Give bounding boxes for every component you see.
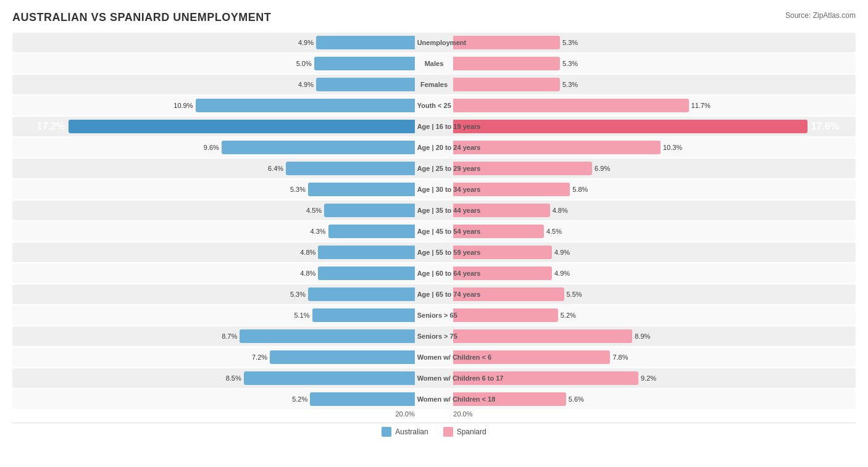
right-inner: 7.8% — [453, 350, 856, 364]
left-value: 5.3% — [290, 186, 306, 193]
left-section: 4.5% — [12, 204, 417, 217]
bar-row: 4.9% Females 5.3% — [12, 75, 856, 94]
right-value: 5.8% — [572, 186, 588, 193]
right-inner: 9.2% — [453, 371, 856, 385]
left-inner: 4.5% — [12, 204, 415, 217]
bar-row: 4.8% Age | 60 to 64 years 4.9% — [12, 263, 856, 283]
left-bar — [244, 371, 415, 385]
left-bar — [308, 183, 415, 196]
right-value: 8.9% — [635, 333, 650, 340]
left-value: 5.1% — [294, 312, 309, 319]
row-label: Age | 35 to 44 years — [417, 207, 451, 214]
left-section: 8.5% — [12, 371, 417, 385]
right-value: 4.9% — [554, 270, 570, 277]
right-section: 5.2% — [451, 308, 856, 322]
left-value: 4.9% — [298, 39, 314, 46]
bar-row: 4.9% Unemployment 5.3% — [12, 33, 856, 52]
right-bar — [453, 36, 560, 49]
row-label: Unemployment — [417, 39, 451, 46]
right-bar — [453, 78, 560, 91]
right-inner: 17.6% — [453, 120, 856, 133]
left-section: 7.2% — [12, 350, 417, 364]
right-inner: 5.3% — [453, 78, 856, 91]
bar-row: 5.3% Age | 30 to 34 years 5.8% — [12, 180, 856, 199]
right-value: 5.3% — [562, 39, 578, 46]
bar-row: 17.2% Age | 16 to 19 years 17.6% — [12, 117, 856, 136]
left-section: 5.2% — [12, 392, 417, 406]
left-inner: 4.8% — [12, 267, 415, 280]
left-value: 5.0% — [296, 60, 312, 67]
left-section: 6.4% — [12, 162, 417, 175]
left-inner: 5.3% — [12, 183, 415, 196]
right-value: 5.5% — [567, 291, 582, 298]
right-value: 5.6% — [569, 395, 584, 403]
left-inner: 7.2% — [12, 350, 415, 364]
left-inner: 5.3% — [12, 287, 415, 301]
legend-item-spaniard: Spaniard — [443, 427, 486, 437]
right-section: 10.3% — [451, 141, 856, 154]
left-value: 4.9% — [298, 81, 314, 88]
right-section: 11.7% — [451, 99, 856, 112]
left-section: 10.9% — [12, 99, 417, 112]
row-label: Youth < 25 — [417, 102, 451, 109]
bar-row: 5.3% Age | 65 to 74 years 5.5% — [12, 284, 856, 304]
right-value: 17.6% — [811, 121, 839, 132]
left-bar — [286, 162, 415, 175]
left-bar — [314, 57, 415, 70]
row-label: Seniors > 65 — [417, 312, 451, 319]
right-bar — [453, 329, 632, 343]
row-label: Age | 16 to 19 years — [417, 123, 451, 130]
left-bar — [312, 308, 415, 322]
row-label: Women w/ Children < 6 — [417, 353, 451, 361]
left-inner: 8.5% — [12, 371, 415, 385]
chart-body: 4.9% Unemployment 5.3% 5.0% Males — [12, 33, 856, 409]
bar-row: 5.1% Seniors > 65 5.2% — [12, 305, 856, 325]
left-bar — [240, 329, 414, 343]
left-section: 5.3% — [12, 183, 417, 196]
left-value: 4.8% — [300, 249, 315, 256]
left-bar — [316, 78, 415, 91]
bar-row: 5.2% Women w/ Children < 18 5.6% — [12, 389, 856, 409]
right-section: 5.8% — [451, 183, 856, 196]
left-section: 4.8% — [12, 246, 417, 259]
left-bar — [328, 225, 415, 238]
left-inner: 6.4% — [12, 162, 415, 175]
bar-row: 5.0% Males 5.3% — [12, 54, 856, 73]
right-inner: 6.9% — [453, 162, 856, 175]
right-section: 17.6% — [451, 120, 856, 133]
chart-source: Source: ZipAtlas.com — [785, 11, 856, 20]
chart-container: AUSTRALIAN VS SPANIARD UNEMPLOYMENT Sour… — [0, 0, 868, 447]
left-value: 4.3% — [310, 228, 325, 235]
left-inner: 9.6% — [12, 141, 415, 154]
left-value: 5.2% — [292, 395, 307, 403]
right-section: 4.9% — [451, 267, 856, 280]
left-inner: 4.9% — [12, 78, 415, 91]
left-section: 5.3% — [12, 287, 417, 301]
right-bar — [453, 99, 688, 112]
left-value: 7.2% — [252, 353, 267, 361]
left-section: 4.3% — [12, 225, 417, 238]
axis-right: 20.0% — [451, 410, 856, 418]
left-value: 8.7% — [222, 333, 237, 340]
right-section: 8.9% — [451, 329, 856, 343]
right-section: 5.3% — [451, 36, 856, 49]
right-value: 4.9% — [554, 249, 570, 256]
left-bar — [196, 99, 415, 112]
right-section: 4.5% — [451, 225, 856, 238]
row-label: Age | 25 to 29 years — [417, 165, 451, 172]
right-inner: 10.3% — [453, 141, 856, 154]
right-section: 5.3% — [451, 78, 856, 91]
legend-color-spaniard — [443, 427, 453, 437]
chart-title: AUSTRALIAN VS SPANIARD UNEMPLOYMENT — [12, 11, 271, 24]
right-value: 5.2% — [561, 312, 576, 319]
bar-row: 8.5% Women w/ Children 6 to 17 9.2% — [12, 368, 856, 388]
left-bar — [270, 350, 415, 364]
left-inner: 17.2% — [12, 120, 415, 133]
right-section: 7.8% — [451, 350, 856, 364]
row-label: Age | 30 to 34 years — [417, 186, 451, 193]
right-inner: 4.9% — [453, 246, 856, 259]
left-inner: 5.0% — [12, 57, 415, 70]
row-label: Women w/ Children < 18 — [417, 395, 451, 403]
bar-row: 7.2% Women w/ Children < 6 7.8% — [12, 347, 856, 367]
left-inner: 5.1% — [12, 308, 415, 322]
